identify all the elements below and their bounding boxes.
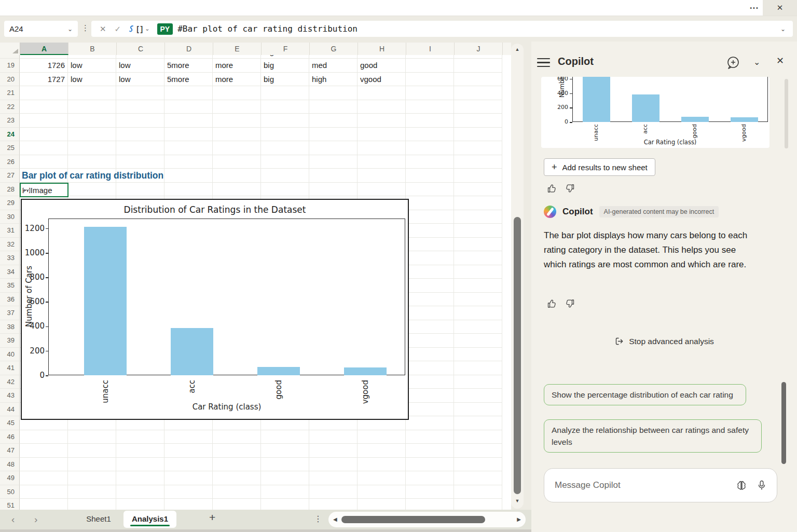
expand-formula-bar-icon[interactable]: ⌄ [780,25,786,33]
thumbs-up-icon[interactable] [547,298,557,309]
grid-cell[interactable] [261,485,309,499]
grid-cell[interactable] [309,471,358,485]
grid-cell[interactable] [454,100,502,114]
grid-cell[interactable] [454,141,502,155]
grid-cell[interactable] [358,114,406,128]
grid-cell[interactable] [358,155,406,169]
row-header[interactable]: 48 [0,458,20,472]
grid-cell[interactable] [164,128,213,142]
grid-cell[interactable] [213,100,261,114]
grid-cell[interactable] [454,238,502,252]
grid-cell[interactable] [309,155,358,169]
grid-cell[interactable] [213,485,261,499]
grid-cell[interactable] [454,86,502,100]
grid-cell[interactable] [358,128,406,142]
chevron-down-icon[interactable]: ⌄ [753,57,760,67]
grid-cell[interactable] [20,155,68,169]
column-header-f[interactable]: F [262,43,310,55]
grid-cell[interactable] [454,444,502,458]
grid-cell[interactable] [261,86,309,100]
row-header[interactable]: 36 [0,293,20,307]
column-header-j[interactable]: J [455,43,503,55]
grid-cell[interactable] [116,86,164,100]
column-header-d[interactable]: D [165,43,213,55]
copilot-close-icon[interactable]: ✕ [776,55,784,66]
chevron-down-icon[interactable]: ⌄ [67,25,78,33]
grid-cell[interactable] [116,485,164,499]
grid-cell[interactable]: more [213,59,261,73]
grid-cell[interactable]: 5more [164,59,213,73]
microphone-icon[interactable] [756,480,767,491]
grid-cell[interactable] [116,128,164,142]
suggestion-chip[interactable]: Analyze the relationship between car rat… [544,419,762,453]
stop-advanced-analysis-button[interactable]: Stop advanced analysis [531,336,797,346]
grid-cell[interactable]: low [116,73,164,87]
grid-cell[interactable] [309,183,358,197]
row-header[interactable]: 19 [0,59,20,73]
grid-cell[interactable] [261,471,309,485]
row-header[interactable]: 21 [0,86,20,100]
grid-cell[interactable] [164,114,213,128]
spreadsheet-grid[interactable]: Bar plot of car rating distribution [PY]… [0,55,511,510]
row-header[interactable]: 26 [0,155,20,169]
grid-cell[interactable] [454,169,502,183]
grid-cell[interactable] [406,55,454,59]
grid-cell[interactable] [20,444,68,458]
grid-cell[interactable] [261,430,309,444]
grid-cell[interactable] [261,155,309,169]
row-header[interactable]: 51 [0,499,20,510]
add-results-button[interactable]: + Add results to new sheet [544,158,655,176]
grid-cell[interactable] [309,86,358,100]
copilot-input-box[interactable] [544,468,777,502]
row-header[interactable]: 43 [0,389,20,403]
grid-cell[interactable] [213,114,261,128]
row-header[interactable]: 22 [0,100,20,114]
grid-cell[interactable]: big [261,73,309,87]
column-header-c[interactable]: C [117,43,165,55]
grid-cell[interactable] [406,210,454,224]
vertical-scrollbar-thumb[interactable] [514,217,521,494]
grid-cell[interactable] [213,471,261,485]
grid-cell[interactable] [116,183,164,197]
scroll-left-icon[interactable]: ◀ [333,516,337,522]
thumbs-down-icon[interactable] [565,183,575,194]
grid-cell[interactable] [116,141,164,155]
grid-cell[interactable] [20,471,68,485]
sheet-tab-analysis1[interactable]: Analysis1 [123,511,176,528]
grid-cell[interactable] [20,100,68,114]
grid-cell[interactable] [164,444,213,458]
grid-cell[interactable]: low [309,55,358,59]
grid-cell[interactable] [454,403,502,417]
grid-cell[interactable] [20,114,68,128]
grid-cell[interactable]: 1726 [20,59,68,73]
grid-cell[interactable]: med [309,59,358,73]
grid-cell[interactable] [406,430,454,444]
grid-cell[interactable] [454,499,502,510]
grid-cell[interactable] [116,499,164,510]
grid-cell[interactable] [116,471,164,485]
grid-cell[interactable] [213,86,261,100]
grid-cell[interactable] [406,444,454,458]
row-header[interactable]: 27 [0,169,20,183]
grid-cell[interactable] [406,155,454,169]
grid-cell[interactable] [20,499,68,510]
row-header[interactable]: 18 [0,55,20,59]
row-header[interactable]: 33 [0,251,20,265]
grid-cell[interactable] [309,444,358,458]
grid-cell[interactable] [454,293,502,307]
grid-cell[interactable] [20,86,68,100]
grid-cell[interactable] [164,169,213,183]
grid-cell[interactable] [454,196,502,210]
grid-cell[interactable]: low [68,73,116,87]
grid-cell[interactable]: big [261,59,309,73]
grid-cell[interactable] [164,485,213,499]
grid-cell[interactable]: big [261,55,309,59]
grid-cell[interactable] [20,430,68,444]
row-header[interactable]: 25 [0,141,20,155]
grid-cell[interactable] [454,348,502,362]
grid-cell[interactable] [454,430,502,444]
grid-cell[interactable] [406,471,454,485]
grid-cell[interactable] [406,141,454,155]
grid-cell[interactable] [261,114,309,128]
grid-cell[interactable] [454,265,502,279]
